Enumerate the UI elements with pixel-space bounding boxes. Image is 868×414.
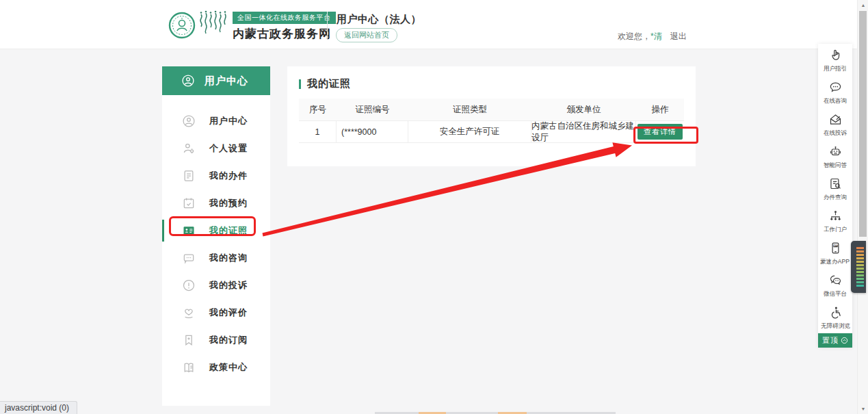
welcome-bar: 欢迎您，*清退出 xyxy=(618,31,687,42)
sidebar-menu: 用户中心 个人设置 xyxy=(162,95,270,381)
calendar-check-icon xyxy=(182,196,196,210)
sidebar-item-label: 我的评价 xyxy=(209,307,248,319)
sidebar-item-label: 我的办件 xyxy=(209,170,248,182)
sidebar-item-personal-settings[interactable]: 个人设置 xyxy=(162,135,270,162)
sitemap-icon xyxy=(828,209,843,223)
cell-action: 查看详情 xyxy=(636,121,684,142)
sidebar-header: 用户中心 xyxy=(162,66,270,95)
header: 全国一体化在线政务服务平台 内蒙古政务服务网 用户中心（法人） 返回网站首页 欢… xyxy=(0,0,857,49)
circle-up-icon xyxy=(841,337,848,344)
equalizer-widget[interactable] xyxy=(851,241,866,293)
toolbar-item-online-consult[interactable]: 在线咨询 xyxy=(818,76,852,108)
col-header: 证照编号 xyxy=(337,99,408,120)
chat-bubble-icon xyxy=(182,251,196,265)
id-card-icon xyxy=(182,224,196,237)
sidebar-item-my-complaints[interactable]: 我的投诉 xyxy=(162,272,270,299)
sidebar-item-label: 用户中心 xyxy=(209,115,248,127)
sidebar-item-label: 个人设置 xyxy=(209,142,248,155)
sidebar-item-user-center[interactable]: 用户中心 xyxy=(162,107,270,135)
equalizer-bars xyxy=(856,247,864,287)
heart-icon xyxy=(182,306,196,320)
toolbar-item-online-complaint[interactable]: 在线投诉 xyxy=(818,108,852,140)
toolbar-item-wechat[interactable]: 微信平台 xyxy=(818,269,852,301)
view-details-button[interactable]: 查看详情 xyxy=(637,124,683,140)
browser-status-bar: javascript:void (0) xyxy=(0,401,77,414)
toolbar-item-label: 无障碍浏览 xyxy=(821,322,850,330)
document-icon xyxy=(182,169,196,183)
toolbar-item-mengsuban-app[interactable]: APP 蒙速办APP xyxy=(818,237,852,269)
welcome-text: 欢迎您， xyxy=(618,31,650,41)
back-home-button[interactable]: 返回网站首页 xyxy=(336,28,397,42)
col-header: 颁发单位 xyxy=(531,99,636,120)
phone-app-icon: APP xyxy=(828,241,843,255)
active-indicator xyxy=(162,220,164,242)
toolbar-item-smart-qa[interactable]: 智能问答 xyxy=(818,140,852,172)
open-book-icon xyxy=(182,361,196,374)
toolbar-item-label: 工作门户 xyxy=(824,225,847,233)
mongolian-script xyxy=(198,10,230,43)
col-header: 证照类型 xyxy=(408,99,531,120)
toolbar-item-label: 智能问答 xyxy=(824,161,847,169)
toolbar-item-label: 在线咨询 xyxy=(824,96,847,105)
scroll-up-arrow[interactable]: ▲ xyxy=(858,0,868,10)
toolbar-item-label: 办件查询 xyxy=(824,193,847,201)
chat-dots-icon xyxy=(828,80,843,94)
page-title: 用户中心（法人） xyxy=(337,13,421,26)
site-name: 内蒙古政务服务网 xyxy=(233,26,336,42)
sidebar-item-my-certificates[interactable]: 我的证照 xyxy=(162,217,270,244)
user-circle-icon xyxy=(182,114,196,128)
toolbar-item-accessibility[interactable]: 无障碍浏览 xyxy=(818,301,852,333)
logout-link[interactable]: 退出 xyxy=(670,31,687,41)
scroll-down-arrow[interactable]: ▼ xyxy=(858,404,868,414)
cell-issuer: 内蒙古自治区住房和城乡建设厅 xyxy=(531,121,636,142)
envelope-pen-icon xyxy=(828,112,843,127)
toolbar-item-label: 蒙速办APP xyxy=(821,257,850,266)
main-content: 我的证照 序号 证照编号 证照类型 颁发单位 操作 1 (****9000 安全… xyxy=(287,66,696,166)
table-header-row: 序号 证照编号 证照类型 颁发单位 操作 xyxy=(299,99,684,121)
scrollbar[interactable]: ▲ ▼ xyxy=(857,0,868,414)
back-to-top-label: 置顶 xyxy=(822,335,839,346)
cell-cert-type: 安全生产许可证 xyxy=(408,121,531,142)
username: *清 xyxy=(650,31,662,41)
col-header: 序号 xyxy=(299,99,337,120)
section-title-text: 我的证照 xyxy=(307,77,351,90)
sidebar-item-label: 我的投诉 xyxy=(209,279,248,292)
sidebar-item-my-appointments[interactable]: 我的预约 xyxy=(162,190,270,217)
certificates-table: 序号 证照编号 证照类型 颁发单位 操作 1 (****9000 安全生产许可证… xyxy=(299,99,684,143)
cell-cert-no: (****9000 xyxy=(337,121,408,142)
title-accent-bar xyxy=(299,79,301,89)
robot-icon xyxy=(828,144,843,159)
scrollbar-thumb[interactable] xyxy=(859,11,867,237)
svg-text:APP: APP xyxy=(833,244,837,247)
sidebar-header-label: 用户中心 xyxy=(205,75,248,88)
float-toolbar: 用户指引 在线咨询 在线投诉 xyxy=(818,44,852,348)
sidebar-item-my-consultations[interactable]: 我的咨询 xyxy=(162,244,270,272)
toolbar-item-user-guide[interactable]: 用户指引 xyxy=(818,44,852,76)
doc-search-icon xyxy=(828,177,843,191)
header-divider xyxy=(327,12,328,39)
toolbar-item-label: 在线投诉 xyxy=(824,129,847,137)
sidebar-item-label: 我的证照 xyxy=(209,224,248,237)
section-title: 我的证照 xyxy=(299,77,351,90)
back-to-top-button[interactable]: 置顶 xyxy=(818,333,852,348)
emblem-icon xyxy=(168,12,196,39)
sidebar-item-label: 我的订阅 xyxy=(209,334,248,346)
toolbar-item-work-portal[interactable]: 工作门户 xyxy=(818,205,852,237)
sidebar-item-policy-center[interactable]: 政策中心 xyxy=(162,354,270,381)
platform-badge: 全国一体化在线政务服务平台 xyxy=(233,12,336,24)
cell-no: 1 xyxy=(299,121,337,142)
annotation-arrow xyxy=(0,0,868,414)
user-gear-icon xyxy=(182,142,196,155)
wheelchair-icon xyxy=(828,305,843,320)
sidebar-item-label: 政策中心 xyxy=(209,361,248,374)
toolbar-item-application-query[interactable]: 办件查询 xyxy=(818,172,852,205)
hand-pointer-icon xyxy=(828,48,843,62)
sidebar-item-my-evaluations[interactable]: 我的评价 xyxy=(162,299,270,326)
alert-circle-icon xyxy=(182,279,196,292)
toolbar-item-label: 用户指引 xyxy=(824,64,847,73)
toolbar-item-label: 微信平台 xyxy=(824,289,847,298)
sidebar-item-my-subscriptions[interactable]: 我的订阅 xyxy=(162,326,270,354)
sidebar-item-label: 我的预约 xyxy=(209,197,248,209)
bookmark-plus-icon xyxy=(182,333,196,347)
sidebar-item-my-applications[interactable]: 我的办件 xyxy=(162,162,270,190)
